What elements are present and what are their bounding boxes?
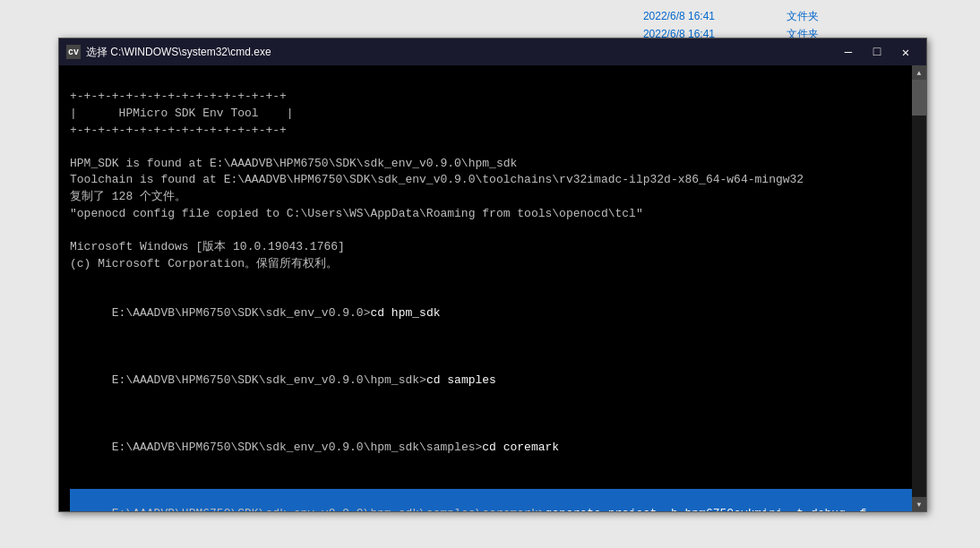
scrollbar-track[interactable]: ▲ ▼: [912, 65, 926, 511]
ms-corp-line: (c) Microsoft Corporation。保留所有权利。: [70, 256, 916, 273]
prompt-1: E:\AAADVB\HPM6750\SDK\sdk_env_v0.9.0>: [112, 306, 371, 320]
window-icon: cv: [66, 45, 81, 59]
cmd-input-4: generate_project -b hpm6750evkmini -t de…: [546, 507, 867, 511]
cmd-line-1: E:\AAADVB\HPM6750\SDK\sdk_env_v0.9.0>cd …: [70, 289, 916, 340]
prompt-4: E:\AAADVB\HPM6750\SDK\sdk_env_v0.9.0\hpm…: [112, 507, 546, 511]
close-button[interactable]: ✕: [892, 43, 919, 61]
windows-version-line: Microsoft Windows [版本 10.0.19043.1766]: [70, 239, 916, 256]
terminal-body[interactable]: +-+-+-+-+-+-+-+-+-+-+-+-+-+-+-+ | HPMicr…: [59, 65, 926, 511]
scrollbar-up-arrow[interactable]: ▲: [912, 65, 926, 80]
prompt-3: E:\AAADVB\HPM6750\SDK\sdk_env_v0.9.0\hpm…: [112, 441, 482, 454]
cmd-line-4: E:\AAADVB\HPM6750\SDK\sdk_env_v0.9.0\hpm…: [70, 489, 916, 511]
copied-line: 复制了 128 个文件。: [70, 189, 916, 206]
bg-date-1: 2022/6/8 16:41: [643, 7, 715, 25]
title-bar: cv 选择 C:\WINDOWS\system32\cmd.exe — □ ✕: [59, 39, 926, 65]
cmd-line-2: E:\AAADVB\HPM6750\SDK\sdk_env_v0.9.0\hpm…: [70, 355, 916, 407]
scrollbar-down-arrow[interactable]: ▼: [912, 497, 926, 511]
bg-row-1: 2022/6/8 16:41 文件夹: [643, 7, 819, 25]
sdk-title: | HPMicro SDK Env Tool |: [70, 106, 916, 123]
toolchain-line: Toolchain is found at E:\AAADVB\HPM6750\…: [70, 172, 916, 189]
border-bottom: +-+-+-+-+-+-+-+-+-+-+-+-+-+-+-+: [70, 123, 916, 140]
minimize-button[interactable]: —: [835, 43, 862, 61]
sdk-found-line: HPM_SDK is found at E:\AAADVB\HPM6750\SD…: [70, 156, 916, 173]
openocd-line: "openocd config file copied to C:\Users\…: [70, 206, 916, 223]
bg-type-1: 文件夹: [787, 7, 819, 25]
cmd-input-1: cd hpm_sdk: [370, 306, 440, 320]
window-controls: — □ ✕: [835, 43, 919, 61]
window-title: 选择 C:\WINDOWS\system32\cmd.exe: [86, 45, 835, 60]
cmd-window: cv 选择 C:\WINDOWS\system32\cmd.exe — □ ✕ …: [58, 38, 927, 512]
prompt-2: E:\AAADVB\HPM6750\SDK\sdk_env_v0.9.0\hpm…: [112, 373, 426, 387]
cmd-input-3: cd coremark: [482, 441, 559, 454]
border-top: +-+-+-+-+-+-+-+-+-+-+-+-+-+-+-+: [70, 89, 916, 106]
cmd-input-2: cd samples: [426, 373, 496, 387]
cmd-line-3: E:\AAADVB\HPM6750\SDK\sdk_env_v0.9.0\hpm…: [70, 423, 916, 474]
maximize-button[interactable]: □: [864, 43, 890, 61]
scrollbar-thumb[interactable]: [912, 80, 926, 116]
